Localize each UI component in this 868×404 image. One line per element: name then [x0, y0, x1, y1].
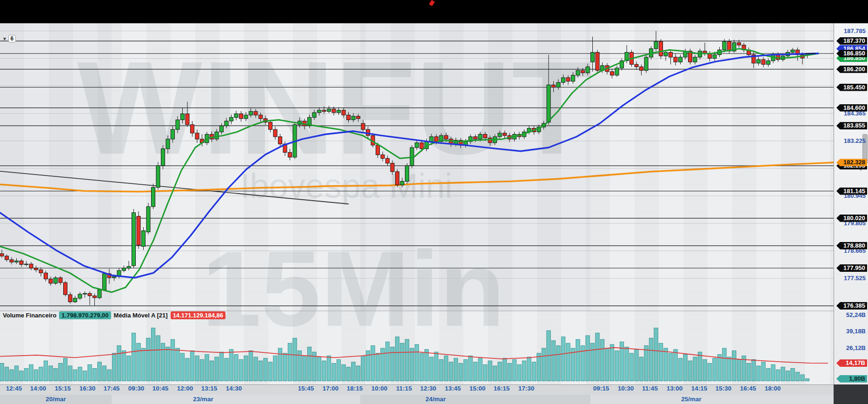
- volume-bar: [53, 368, 57, 381]
- candle-body: [34, 268, 38, 270]
- volume-bar: [342, 364, 345, 381]
- volume-bar: [449, 362, 453, 381]
- candle-body: [767, 61, 770, 65]
- volume-bar: [73, 370, 77, 381]
- volume-bar: [322, 361, 326, 381]
- price-tick-label: 187.785: [844, 27, 866, 34]
- candle-body: [415, 143, 419, 148]
- volume-bar: [361, 356, 365, 381]
- price-axis[interactable]: ❮ 187.785184.365183.225180.945179.805178…: [834, 23, 868, 384]
- candle-body: [644, 57, 648, 70]
- candle-body: [591, 52, 595, 62]
- level-price-tag: 177.950: [836, 264, 867, 272]
- date-session-band: [360, 395, 590, 404]
- volume-bar: [127, 356, 131, 381]
- volume-bar: [532, 362, 536, 381]
- volume-bar: [180, 353, 184, 381]
- volume-bar: [283, 353, 287, 381]
- volume-bar: [795, 372, 799, 381]
- top-black-bar: [0, 0, 868, 23]
- volume-bar: [464, 359, 467, 381]
- level-price-tag: 186.850: [836, 50, 867, 57]
- volume-bar: [102, 366, 106, 381]
- orange-ma-price-tag: 182.328: [836, 159, 867, 166]
- volume-bar: [659, 343, 663, 381]
- time-label: 09:15: [593, 385, 610, 392]
- time-label: 10:00: [371, 385, 388, 392]
- time-label: 15:45: [298, 385, 314, 392]
- candle-body: [230, 117, 233, 121]
- volume-legend: Volume Financeiro 1.798.970.279,00 Média…: [3, 311, 225, 319]
- candle-body: [327, 109, 331, 111]
- volume-bar: [63, 358, 67, 381]
- volume-bar: [776, 370, 780, 381]
- volume-bar: [756, 366, 760, 381]
- candle-body: [722, 41, 726, 50]
- volume-bar: [771, 364, 775, 381]
- time-axis[interactable]: 20/mar23/mar24/mar25/mar12:4514:0015:151…: [0, 384, 834, 404]
- volume-bar: [664, 348, 668, 381]
- candle-body: [254, 111, 258, 115]
- time-label: 10:45: [152, 385, 169, 392]
- candle-body: [220, 126, 224, 132]
- volume-bar: [0, 364, 4, 381]
- candle-body: [0, 254, 4, 256]
- volume-ma-value-badge: 14.171.129.184,86: [171, 311, 225, 319]
- volume-bar: [625, 347, 629, 381]
- volume-bar: [688, 361, 692, 381]
- volume-bar: [752, 359, 755, 381]
- volume-bar: [215, 357, 219, 381]
- candle-body: [15, 261, 19, 262]
- candle-body: [444, 135, 448, 139]
- volume-bar: [561, 337, 565, 381]
- volume-bar: [93, 368, 96, 381]
- volume-ma-tag: 14,17B: [836, 359, 867, 367]
- candle-body: [386, 158, 390, 163]
- candle-body: [278, 137, 282, 144]
- volume-bar: [805, 379, 809, 381]
- volume-bar: [430, 357, 433, 381]
- indicator-count-dropdown[interactable]: ▼ 6: [2, 35, 16, 42]
- volume-bar: [49, 366, 53, 381]
- volume-bar: [254, 357, 258, 381]
- volume-bar: [385, 342, 389, 381]
- volume-bar: [29, 364, 33, 381]
- volume-bar: [112, 353, 116, 381]
- candle-body: [39, 270, 43, 273]
- candle-body: [654, 41, 658, 49]
- volume-bar: [332, 364, 336, 381]
- candlestick-chart-canvas[interactable]: WINFUTIbovespa Mini15Min: [0, 23, 834, 384]
- candle-body: [635, 64, 638, 67]
- volume-bar: [258, 361, 262, 381]
- candle-body: [376, 145, 380, 155]
- volume-bar: [59, 364, 62, 381]
- volume-bar: [590, 343, 594, 381]
- candle-body: [88, 293, 92, 296]
- volume-bar: [190, 351, 194, 381]
- level-price-tag: 178.880: [836, 242, 867, 249]
- candle-body: [249, 111, 253, 115]
- candle-body: [664, 52, 668, 56]
- volume-bar: [415, 344, 418, 381]
- volume-bar: [146, 338, 150, 381]
- volume-bar: [610, 344, 614, 381]
- date-label: 23/mar: [193, 396, 213, 403]
- candle-body: [132, 213, 136, 266]
- volume-bar: [781, 367, 785, 381]
- volume-bar: [156, 336, 160, 381]
- candle-body: [708, 54, 712, 58]
- candle-body: [269, 122, 272, 130]
- volume-bar: [68, 366, 72, 381]
- time-label: 11:45: [642, 385, 658, 392]
- volume-bar: [44, 361, 47, 381]
- volume-bar: [551, 341, 555, 381]
- level-price-tag: 186.200: [836, 66, 867, 73]
- volume-bar: [488, 361, 492, 381]
- level-price-tag: 185.450: [836, 84, 867, 91]
- candle-body: [596, 52, 599, 70]
- candle-body: [259, 115, 263, 119]
- candle-body: [640, 67, 643, 70]
- candle-body: [146, 207, 150, 232]
- time-label: 09:30: [128, 385, 145, 392]
- candle-body: [44, 273, 48, 279]
